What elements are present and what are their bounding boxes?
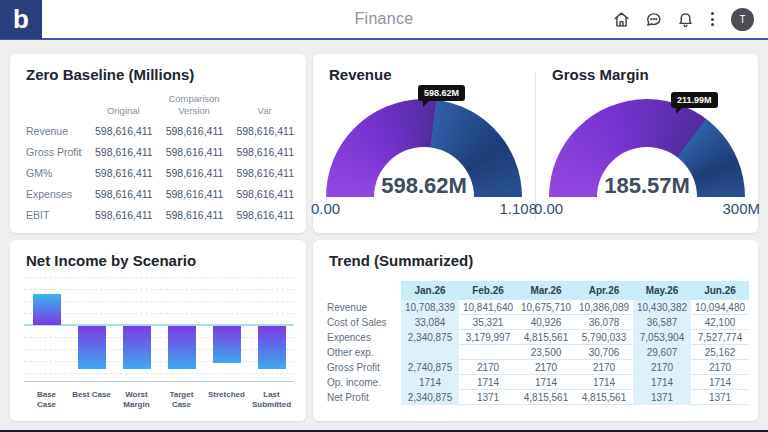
gauges-card: Revenue 598.62M 598.62M 0.00 1.108 Gross…: [313, 54, 758, 233]
cell-value: 7,527,774: [691, 330, 749, 345]
table-row: EBIT598,616,411598,616,411598,616,411: [26, 205, 300, 226]
table-row: Revenue10,708,33910,841,64010,675,71010,…: [325, 300, 749, 315]
cell-value: 25,162: [691, 345, 749, 360]
column-header: Jun.26: [691, 281, 749, 300]
column-header: Comparison Version: [159, 93, 230, 121]
cell-value: [401, 345, 459, 360]
cell-value: 4,815,561: [575, 390, 633, 405]
bell-icon[interactable]: [677, 11, 694, 28]
category-label: Last Submitted: [249, 390, 294, 411]
cell-value: 2170: [691, 360, 749, 375]
bar-slot: [204, 277, 249, 382]
bar[interactable]: [78, 326, 106, 369]
column-header: Jan.26: [401, 281, 459, 300]
row-label: Other exp.: [325, 345, 401, 360]
cell-value: 598,616,411: [159, 205, 230, 226]
cell-value: 598,616,411: [229, 121, 300, 142]
bar[interactable]: [123, 326, 151, 369]
bar[interactable]: [213, 326, 241, 363]
bar[interactable]: [168, 326, 196, 369]
gross-margin-gauge[interactable]: 185.57M: [549, 99, 745, 197]
cell-value: 598,616,411: [159, 163, 230, 184]
cell-value: 1714: [401, 375, 459, 390]
category-label: Target Case: [159, 390, 204, 411]
bar[interactable]: [258, 326, 286, 369]
cell-value: 598,616,411: [88, 163, 159, 184]
cell-value: 10,386,089: [575, 300, 633, 315]
row-label: Revenue: [26, 121, 88, 142]
table-row: GM%598,616,411598,616,411598,616,411: [26, 163, 300, 184]
cell-value: 598,616,411: [88, 184, 159, 205]
category-label: Best Case: [69, 390, 114, 411]
gauge-min-label: 0.00: [311, 200, 340, 217]
cell-value: 598,616,411: [159, 184, 230, 205]
cell-value: 2170: [459, 360, 517, 375]
panel-title: Zero Baseline (Millions): [10, 54, 306, 83]
cell-value: 1714: [459, 375, 517, 390]
revenue-gauge[interactable]: 598.62M: [326, 99, 522, 197]
category-label: Stretched: [204, 390, 249, 411]
cell-value: 598,616,411: [229, 142, 300, 163]
table-row: Gross Profit2,740,8752170217021702170217…: [325, 360, 749, 375]
chat-icon[interactable]: [645, 11, 662, 28]
gauge-value: 598.62M: [326, 173, 522, 197]
cell-value: 2,740,875: [401, 360, 459, 375]
panel-title: Trend (Summarized): [313, 240, 758, 269]
table-header-row: Jan.26Feb.26Mar.26Apr.26May.26Jun.26: [325, 281, 749, 300]
app-logo[interactable]: b: [0, 0, 42, 39]
x-axis-labels: Base CaseBest CaseWorst MarginTarget Cas…: [24, 390, 294, 411]
cell-value: 10,094,480: [691, 300, 749, 315]
row-label: Revenue: [325, 300, 401, 315]
cell-value: [459, 345, 517, 360]
corner-cell: [325, 281, 401, 300]
net-income-card: Net Income by Scenario Base CaseBest Cas…: [10, 240, 306, 421]
column-header: May.26: [633, 281, 691, 300]
gauge-callout: 598.62M: [418, 85, 465, 101]
cell-value: 598,616,411: [88, 121, 159, 142]
cell-value: 40,926: [517, 315, 575, 330]
gauge-max-label: 300M: [722, 200, 760, 217]
cell-value: 598,616,411: [229, 184, 300, 205]
bar[interactable]: [33, 294, 61, 325]
home-icon[interactable]: [613, 11, 630, 28]
trend-card: Trend (Summarized) Jan.26Feb.26Mar.26Apr…: [313, 240, 758, 421]
column-header: Apr.26: [575, 281, 633, 300]
cell-value: 4,815,561: [517, 330, 575, 345]
panel-title: Revenue: [313, 54, 392, 83]
cell-value: 1371: [633, 390, 691, 405]
cell-value: 42,100: [691, 315, 749, 330]
column-header: Original: [88, 93, 159, 121]
cell-value: 598,616,411: [229, 163, 300, 184]
top-bar: b Finance T: [0, 0, 768, 40]
cell-value: 1371: [691, 390, 749, 405]
table-row: Other exp.23,50030,70629,60725,162: [325, 345, 749, 360]
cell-value: 36,587: [633, 315, 691, 330]
gauge-min-label: 0.00: [534, 200, 563, 217]
cell-value: 3,179,997: [459, 330, 517, 345]
cell-value: 7,053,904: [633, 330, 691, 345]
cell-value: 1714: [691, 375, 749, 390]
table-row: Revenue598,616,411598,616,411598,616,411: [26, 121, 300, 142]
cell-value: 36,078: [575, 315, 633, 330]
gauge-max-label: 1.108: [499, 200, 537, 217]
cell-value: 2,340,875: [401, 390, 459, 405]
cell-value: 35,321: [459, 315, 517, 330]
cell-value: 10,841,640: [459, 300, 517, 315]
gauge-value: 185.57M: [549, 173, 745, 197]
cell-value: 33,084: [401, 315, 459, 330]
panel-title: Gross Margin: [536, 54, 649, 83]
zero-baseline-card: Zero Baseline (Millions) Original Compar…: [10, 54, 306, 233]
table-row: Expences2,340,8753,179,9974,815,5615,790…: [325, 330, 749, 345]
avatar[interactable]: T: [731, 8, 754, 31]
cell-value: 23,500: [517, 345, 575, 360]
row-label: GM%: [26, 163, 88, 184]
category-label: Base Case: [24, 390, 69, 411]
bar-chart[interactable]: [24, 277, 294, 382]
cell-value: 598,616,411: [88, 142, 159, 163]
cell-value: 1714: [633, 375, 691, 390]
column-header: Feb.26: [459, 281, 517, 300]
kebab-menu-icon[interactable]: [709, 10, 716, 28]
bar-slot: [114, 277, 159, 382]
cell-value: 10,675,710: [517, 300, 575, 315]
bar-slot: [249, 277, 294, 382]
